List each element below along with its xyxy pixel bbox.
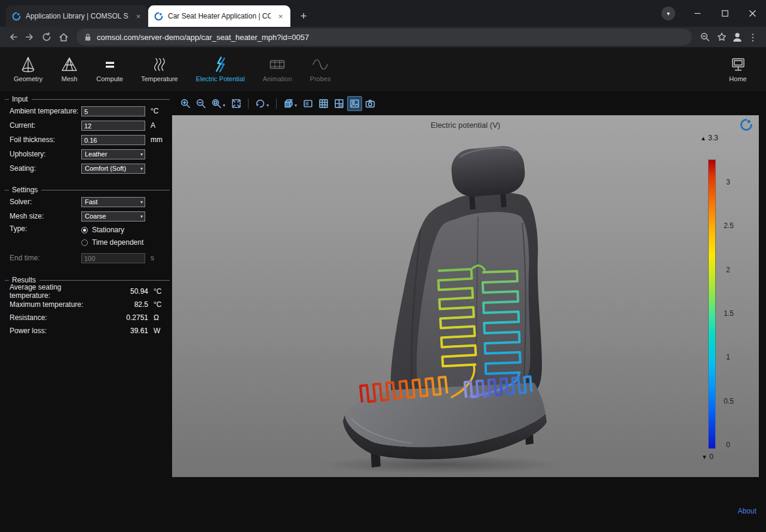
end-time-row: End time: s bbox=[0, 251, 172, 265]
3d-plot-canvas[interactable]: Electric potential (V) bbox=[172, 115, 759, 477]
result-value: 39.61 bbox=[84, 327, 148, 335]
comsol-logo bbox=[740, 118, 753, 131]
ambient-temperature-input[interactable] bbox=[81, 106, 145, 116]
colorbar bbox=[708, 159, 716, 449]
solver-select[interactable]: Fast▾ bbox=[81, 197, 145, 207]
solver-row: Solver: Fast▾ bbox=[0, 195, 172, 209]
chevron-down-icon: ▾ bbox=[140, 152, 143, 157]
reload-icon[interactable] bbox=[38, 29, 55, 45]
zoom-in-button[interactable] bbox=[178, 96, 193, 111]
app-content: Input Ambient temperature: °C Current: A… bbox=[0, 91, 766, 532]
upholstery-row: Upholstery: Leather▾ bbox=[0, 147, 172, 161]
transparency-button[interactable] bbox=[316, 96, 331, 111]
zoom-indicator-icon[interactable] bbox=[697, 29, 713, 45]
tab-close-icon[interactable]: × bbox=[133, 11, 143, 21]
secure-lock-icon bbox=[84, 33, 91, 42]
colorbar-tick: 1 bbox=[726, 353, 730, 361]
scene-light-button[interactable] bbox=[301, 96, 315, 111]
tab-application-library[interactable]: Application Library | COMSOL Se × bbox=[6, 5, 148, 27]
seating-select[interactable]: Comfort (Soft)▾ bbox=[81, 164, 145, 174]
upholstery-select[interactable]: Leather▾ bbox=[81, 149, 145, 159]
ribbon-compute-button[interactable]: Compute bbox=[87, 47, 132, 91]
address-bar[interactable]: comsol.com/server-demo/app/car_seat_heat… bbox=[76, 29, 692, 45]
result-value: 0.2751 bbox=[84, 313, 148, 322]
result-unit: °C bbox=[148, 287, 166, 296]
browser-menu-icon[interactable]: ⋮ bbox=[744, 29, 761, 45]
profile-avatar[interactable] bbox=[730, 30, 744, 44]
field-label: Ambient temperature: bbox=[10, 107, 81, 115]
ribbon-geometry-button[interactable]: Geometry bbox=[5, 47, 51, 91]
car-seat-3d-model bbox=[315, 139, 584, 473]
geometry-icon bbox=[19, 55, 37, 74]
mesh-size-row: Mesh size: Coarse▾ bbox=[0, 209, 172, 223]
tab-title: Car Seat Heater Application | CO bbox=[168, 12, 271, 20]
result-row: Average seating temperature: 50.94 °C bbox=[0, 285, 172, 298]
bookmark-star-icon[interactable] bbox=[713, 29, 730, 45]
field-label: Type: bbox=[10, 225, 81, 247]
type-row: Type: Stationary Time dependent bbox=[0, 223, 172, 247]
colorbar-tick: 0 bbox=[726, 441, 730, 449]
rotate-button[interactable]: ▾ bbox=[253, 96, 272, 111]
graphics-toolbar: ▾ ▾ ▾ bbox=[172, 91, 766, 115]
zoom-extents-button[interactable] bbox=[229, 96, 244, 111]
environment-reflections-button[interactable] bbox=[347, 96, 362, 111]
field-label: Mesh size: bbox=[10, 212, 81, 220]
chevron-down-icon: ▾ bbox=[140, 166, 143, 171]
current-row: Current: A bbox=[0, 118, 172, 133]
result-row: Resistance: 0.2751 Ω bbox=[0, 311, 172, 324]
ribbon-mesh-button[interactable]: Mesh bbox=[51, 47, 87, 91]
forward-icon[interactable] bbox=[22, 29, 38, 45]
radio-icon bbox=[81, 227, 88, 233]
field-unit: °C bbox=[145, 107, 163, 115]
zoom-box-button[interactable]: ▾ bbox=[209, 96, 228, 111]
ambient-temperature-row: Ambient temperature: °C bbox=[0, 104, 172, 118]
tab-search-button[interactable]: ▾ bbox=[661, 7, 675, 20]
foil-thickness-row: Foil thickness: mm bbox=[0, 133, 172, 147]
stationary-radio[interactable]: Stationary bbox=[81, 226, 143, 234]
default-view-button[interactable]: ▾ bbox=[281, 96, 300, 111]
chevron-down-icon: ▾ bbox=[266, 103, 269, 108]
field-unit: s bbox=[145, 254, 163, 262]
colorbar-tick: 1.5 bbox=[724, 309, 734, 318]
current-input[interactable] bbox=[81, 121, 145, 131]
field-label: Solver: bbox=[10, 198, 81, 206]
field-unit: mm bbox=[145, 136, 163, 144]
triangle-down-icon: ▼ bbox=[701, 454, 707, 460]
seating-row: Seating: Comfort (Soft)▾ bbox=[0, 161, 172, 176]
ribbon-home-button[interactable]: Home bbox=[720, 47, 761, 91]
foil-thickness-input[interactable] bbox=[81, 135, 145, 145]
minimize-button[interactable] bbox=[684, 0, 711, 27]
chevron-down-icon: ▾ bbox=[140, 214, 143, 219]
field-unit: A bbox=[145, 121, 163, 130]
colorbar-tick: 2.5 bbox=[724, 222, 734, 230]
tab-car-seat-heater[interactable]: Car Seat Heater Application | CO × bbox=[148, 5, 290, 27]
zoom-out-button[interactable] bbox=[194, 96, 209, 111]
result-row: Maximum temperature: 82.5 °C bbox=[0, 298, 172, 311]
comsol-favicon bbox=[12, 12, 21, 21]
close-button[interactable] bbox=[739, 0, 766, 27]
toolbar-separator bbox=[276, 99, 277, 109]
show-grid-button[interactable] bbox=[332, 96, 347, 111]
home-icon[interactable] bbox=[55, 29, 72, 45]
ribbon-electric-potential-button[interactable]: Electric Potential bbox=[187, 47, 254, 91]
time-dependent-radio[interactable]: Time dependent bbox=[81, 238, 143, 247]
end-time-input bbox=[81, 253, 145, 263]
back-icon[interactable] bbox=[5, 29, 22, 45]
colorbar-tick: 3 bbox=[726, 178, 730, 186]
plot-title: Electric potential (V) bbox=[172, 121, 759, 130]
probes-wave-icon bbox=[311, 55, 329, 74]
chevron-down-icon: ▾ bbox=[295, 103, 297, 108]
tab-close-icon[interactable]: × bbox=[275, 11, 286, 21]
new-tab-button[interactable]: + bbox=[295, 8, 312, 24]
navigation-bar: comsol.com/server-demo/app/car_seat_heat… bbox=[0, 27, 766, 47]
result-row: Power loss: 39.61 W bbox=[0, 324, 172, 337]
mesh-size-select[interactable]: Coarse▾ bbox=[81, 211, 145, 222]
tab-title: Application Library | COMSOL Se bbox=[26, 12, 128, 20]
field-label: Current: bbox=[10, 121, 81, 130]
maximize-button[interactable] bbox=[711, 0, 739, 27]
url-text: comsol.com/server-demo/app/car_seat_heat… bbox=[97, 33, 309, 42]
snapshot-button[interactable] bbox=[363, 96, 378, 111]
field-label: End time: bbox=[10, 254, 81, 262]
about-link[interactable]: About bbox=[738, 507, 756, 515]
ribbon-temperature-button[interactable]: Temperature bbox=[132, 47, 187, 91]
